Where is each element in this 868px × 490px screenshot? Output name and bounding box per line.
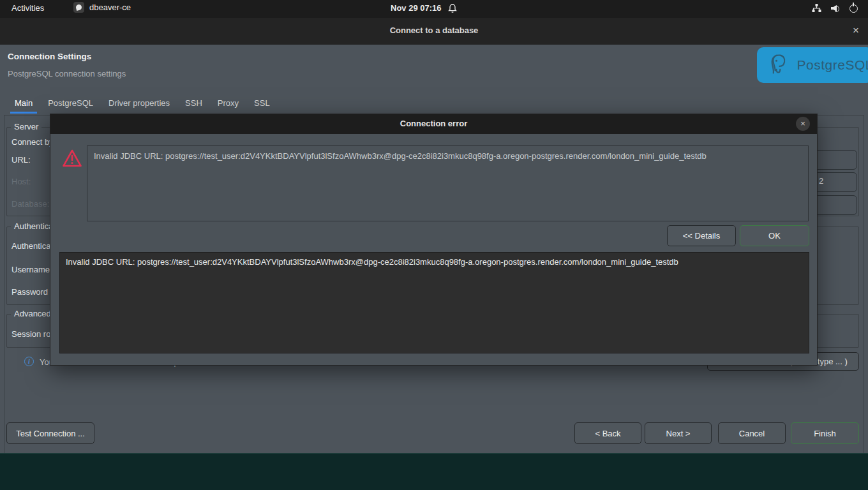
- error-dialog-title-bar[interactable]: Connection error ×: [50, 114, 817, 134]
- tab-driver-properties[interactable]: Driver properties: [107, 97, 172, 113]
- database-label: Database:: [11, 199, 49, 209]
- window-title: Connect to a database: [0, 26, 868, 35]
- system-status-menu[interactable]: [812, 4, 858, 13]
- postgresql-logo: PostgreSQL: [757, 47, 868, 83]
- error-message-box: Invalid JDBC URL: postgres://test_user:d…: [87, 145, 809, 221]
- details-toggle-button[interactable]: << Details: [667, 225, 736, 246]
- network-icon: [812, 4, 821, 13]
- url-label: URL:: [11, 155, 31, 165]
- notification-bell-icon: [448, 3, 457, 13]
- host-label: Host:: [11, 177, 31, 186]
- next-button[interactable]: Next >: [645, 422, 712, 444]
- wizard-header: Connection Settings PostgreSQL connectio…: [0, 45, 868, 89]
- volume-icon: [831, 4, 840, 12]
- tab-postgresql[interactable]: PostgreSQL: [46, 97, 95, 113]
- password-label: Password: [11, 287, 48, 297]
- server-group-label: Server: [11, 122, 41, 131]
- finish-button[interactable]: Finish: [791, 422, 859, 444]
- info-icon: i: [24, 357, 34, 366]
- error-dialog-title: Connection error: [50, 119, 817, 128]
- connection-error-dialog: Connection error × Invalid JDBC URL: pos…: [50, 114, 818, 366]
- desktop-background: A ♻: [0, 453, 868, 490]
- error-dialog-close-button[interactable]: ×: [796, 117, 810, 131]
- tab-ssl[interactable]: SSL: [252, 97, 272, 113]
- postgresql-logo-text: PostgreSQL: [797, 57, 868, 73]
- postgresql-elephant-icon: [768, 52, 792, 78]
- clock-text: Nov 29 07:16: [391, 3, 442, 13]
- clock-menu[interactable]: Nov 29 07:16: [391, 3, 457, 13]
- warning-icon: [62, 149, 82, 168]
- system-top-bar: Activities dbeaver-ce Nov 29 07:16: [0, 0, 868, 18]
- ok-button[interactable]: OK: [740, 225, 809, 246]
- connect-by-label: Connect by: [11, 137, 54, 147]
- settings-tab-bar: Main PostgreSQL Driver properties SSH Pr…: [13, 97, 272, 113]
- focused-app-name: dbeaver-ce: [89, 3, 131, 12]
- back-button[interactable]: < Back: [574, 422, 641, 444]
- window-title-bar[interactable]: Connect to a database ×: [0, 18, 868, 45]
- activities-button[interactable]: Activities: [11, 3, 44, 13]
- page-subtitle: PostgreSQL connection settings: [8, 69, 126, 78]
- tab-ssh[interactable]: SSH: [183, 97, 204, 113]
- error-details-text[interactable]: Invalid JDBC URL: postgres://test_user:d…: [59, 252, 809, 353]
- page-title: Connection Settings: [8, 52, 91, 61]
- power-icon: [849, 4, 858, 13]
- cancel-button[interactable]: Cancel: [718, 422, 786, 444]
- port-value: 2: [819, 176, 823, 186]
- tab-proxy[interactable]: Proxy: [216, 97, 241, 113]
- dbeaver-app-icon: [73, 2, 84, 13]
- test-connection-button[interactable]: Test Connection ...: [6, 422, 94, 444]
- username-label: Username: [11, 265, 50, 274]
- tab-main[interactable]: Main: [13, 97, 34, 113]
- focused-app-menu[interactable]: dbeaver-ce: [73, 2, 131, 13]
- advanced-group-label: Advanced: [11, 309, 54, 318]
- window-close-button[interactable]: ×: [853, 25, 859, 36]
